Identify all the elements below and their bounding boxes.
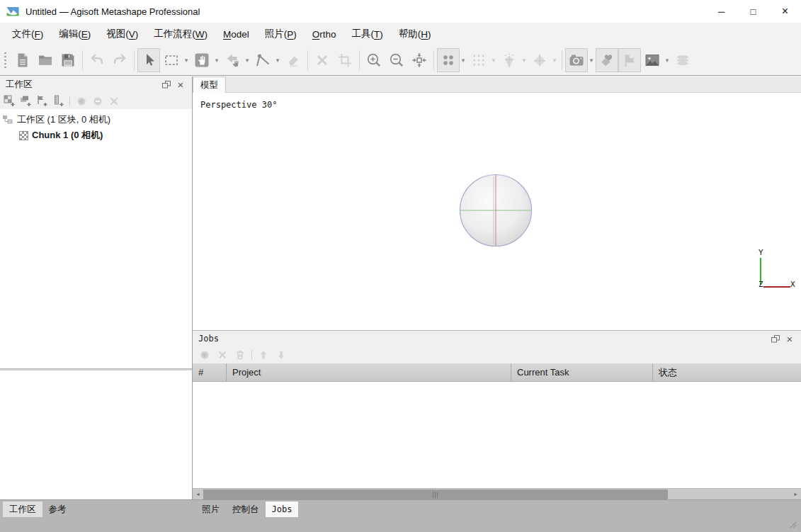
model-viewport[interactable]: Perspective 30° Y Z X <box>193 93 801 330</box>
menu-label: O <box>312 29 320 40</box>
new-document-icon <box>14 52 31 69</box>
menu-label: rtho <box>319 29 336 40</box>
show-cameras-button[interactable] <box>565 48 588 72</box>
rectangle-selection-dropdown-icon[interactable]: ▾ <box>183 57 191 64</box>
navigation-dropdown-icon[interactable]: ▾ <box>213 57 221 64</box>
rectangle-selection-button[interactable] <box>160 48 183 72</box>
dense-cloud-view-button[interactable] <box>498 48 521 72</box>
redo-button[interactable] <box>108 48 131 72</box>
scroll-left-arrow-icon[interactable]: ◂ <box>193 489 203 499</box>
delete-x-icon <box>314 52 331 69</box>
show-markers-button[interactable] <box>618 48 641 72</box>
menu-item-edit[interactable]: 编辑(E) <box>51 23 98 45</box>
measure-dropdown-icon[interactable]: ▾ <box>274 57 282 64</box>
jobs-close-button[interactable]: × <box>783 332 797 345</box>
toolbar-grip-handle[interactable] <box>4 52 6 69</box>
region-move-dropdown-icon[interactable]: ▾ <box>244 57 251 64</box>
job-move-up-button[interactable] <box>257 349 270 361</box>
window-resize-grip[interactable] <box>787 519 797 528</box>
mesh-view-button[interactable] <box>528 48 551 72</box>
region-move-button[interactable] <box>221 48 244 72</box>
tie-points-view-button[interactable] <box>467 48 490 72</box>
save-project-button[interactable] <box>57 48 79 72</box>
menu-item-help[interactable]: 帮助(H) <box>391 23 439 45</box>
add-scalebar-button[interactable] <box>52 95 64 108</box>
tab-jobs[interactable]: Jobs <box>266 502 299 517</box>
tab-model[interactable]: 模型 <box>193 77 226 93</box>
tab-reference[interactable]: 参考 <box>42 502 73 517</box>
mesh-view-dropdown-icon[interactable]: ▾ <box>551 57 559 64</box>
point-cloud-view-button[interactable] <box>437 48 460 72</box>
center-view-button[interactable] <box>408 48 431 72</box>
remove-item-button[interactable] <box>108 95 120 108</box>
show-images-button[interactable] <box>641 48 664 72</box>
dense-cloud-dropdown-icon[interactable]: ▾ <box>521 57 528 64</box>
show-cameras-dropdown-icon[interactable]: ▾ <box>588 57 596 64</box>
crop-button[interactable] <box>334 48 356 72</box>
tie-points-dropdown-icon[interactable]: ▾ <box>490 57 498 64</box>
workspace-close-button[interactable]: × <box>174 79 188 91</box>
workspace-lower-pane <box>0 370 192 499</box>
tab-photos[interactable]: 照片 <box>195 502 226 517</box>
job-delete-button[interactable] <box>234 349 246 361</box>
show-images-dropdown-icon[interactable]: ▾ <box>664 57 671 64</box>
menu-item-view[interactable]: 视图(V) <box>98 23 146 45</box>
jobs-horizontal-scrollbar[interactable]: ◂ ▸ <box>193 488 801 499</box>
navigation-button[interactable] <box>191 48 213 72</box>
scroll-right-arrow-icon[interactable]: ▸ <box>790 489 801 499</box>
disable-circle-icon <box>92 96 103 107</box>
selection-cursor-button[interactable] <box>137 48 160 72</box>
point-cloud-view-dropdown-icon[interactable]: ▾ <box>460 57 467 64</box>
trash-icon <box>234 349 246 361</box>
tree-item-chunk-1[interactable]: Chunk 1 (0 相机) <box>0 128 192 143</box>
jobs-float-button[interactable] <box>768 332 783 345</box>
job-run-button[interactable] <box>198 349 211 361</box>
menu-item-tools[interactable]: 工具(T) <box>344 23 391 45</box>
add-photos-button[interactable] <box>19 95 32 108</box>
workspace-tree: 工作区 (1 区块, 0 相机) Chunk 1 (0 相机) <box>0 109 192 368</box>
add-chunk-button[interactable] <box>3 95 16 108</box>
tab-console[interactable]: 控制台 <box>226 502 266 517</box>
undo-button[interactable] <box>86 48 108 72</box>
disable-item-button[interactable] <box>91 95 104 108</box>
axis-y-label: Y <box>759 248 763 257</box>
add-marker-button[interactable] <box>35 95 48 108</box>
app-logo-icon <box>6 5 20 18</box>
job-move-down-button[interactable] <box>275 349 288 361</box>
cancel-x-icon <box>217 349 228 361</box>
tab-workspace[interactable]: 工作区 <box>3 502 42 517</box>
maximize-button[interactable]: □ <box>737 0 769 23</box>
scrollbar-thumb[interactable] <box>203 489 668 499</box>
workspace-toolbar <box>0 93 192 109</box>
close-button[interactable]: × <box>769 0 801 23</box>
measure-angle-button[interactable] <box>251 48 274 72</box>
workspace-float-button[interactable] <box>159 79 174 91</box>
zoom-out-button[interactable] <box>385 48 408 72</box>
chunk-icon <box>19 131 28 140</box>
jobs-toolbar <box>193 346 801 363</box>
job-cancel-button[interactable] <box>216 349 229 361</box>
show-shapes-button[interactable] <box>671 48 694 72</box>
minimize-button[interactable]: ─ <box>705 0 737 23</box>
column-header-project[interactable]: Project <box>227 363 511 381</box>
menu-item-model[interactable]: Model <box>215 23 257 45</box>
menu-item-file[interactable]: 文件(F) <box>4 23 51 45</box>
zoom-in-button[interactable] <box>363 48 385 72</box>
open-project-button[interactable] <box>34 48 57 72</box>
axis-z-label: Z <box>759 280 763 289</box>
new-project-button[interactable] <box>11 48 34 72</box>
menu-item-workflow[interactable]: 工作流程(W) <box>146 23 215 45</box>
menu-item-ortho[interactable]: Ortho <box>305 23 344 45</box>
column-header-current-task[interactable]: Current Task <box>511 363 653 381</box>
column-header-index[interactable]: # <box>193 363 227 381</box>
tree-item-workspace-root[interactable]: 工作区 (1 区块, 0 相机) <box>0 112 192 128</box>
main-toolbar: ▾ ▾ ▾ ▾ ▾ ▾ ▾ ▾ ▾ ▾ <box>0 45 801 76</box>
menu-label: 工具( <box>352 28 375 40</box>
eraser-button[interactable] <box>282 48 305 72</box>
toolbar-separator <box>251 350 252 360</box>
enable-item-button[interactable] <box>75 95 88 108</box>
delete-button[interactable] <box>311 48 334 72</box>
column-header-status[interactable]: 状态 <box>653 363 801 381</box>
show-region-button[interactable] <box>596 48 618 72</box>
menu-item-photos[interactable]: 照片(P) <box>257 23 305 45</box>
